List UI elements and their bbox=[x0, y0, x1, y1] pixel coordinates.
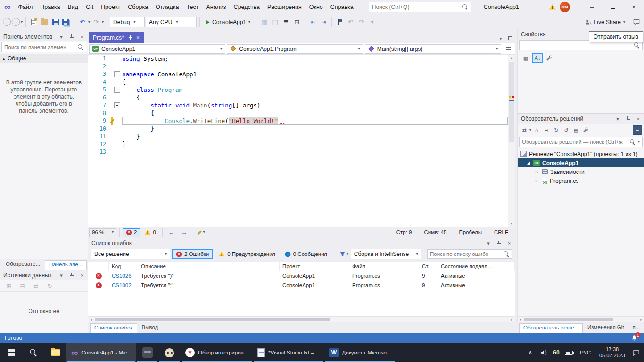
hot-reload-icon[interactable]: ▦ bbox=[259, 16, 269, 28]
undo-dropdown-icon[interactable]: ▾ bbox=[88, 20, 90, 24]
menu-item-4[interactable]: Проект bbox=[97, 0, 124, 14]
refresh-data-source-icon[interactable]: ↻ bbox=[45, 280, 55, 292]
close-icon[interactable]: × bbox=[78, 33, 86, 41]
navigate-backward-icon[interactable]: ← bbox=[165, 229, 177, 236]
fold-collapse-icon[interactable]: − bbox=[114, 71, 120, 77]
pin-icon[interactable] bbox=[68, 272, 75, 279]
code-line-6[interactable]: 6 { bbox=[88, 94, 515, 102]
start-button[interactable] bbox=[0, 343, 22, 362]
warning-icon[interactable] bbox=[549, 4, 556, 10]
toolbox-search-input[interactable]: Поиск по панели элемен bbox=[1, 42, 86, 52]
menu-item-5[interactable]: Сборка bbox=[124, 0, 152, 14]
type-dropdown[interactable]: ConsoleApp1.Program ▾ bbox=[227, 44, 363, 54]
undo-icon[interactable]: ↶ bbox=[77, 16, 87, 28]
navigate-dropdown-icon[interactable]: ▾ bbox=[21, 20, 23, 24]
tab-toolbox[interactable]: Панель эле... bbox=[45, 260, 87, 270]
column-icon[interactable] bbox=[88, 262, 109, 271]
configuration-dropdown[interactable]: Debug ▾ bbox=[110, 17, 145, 27]
menu-item-3[interactable]: Git bbox=[82, 0, 97, 14]
scroll-down-icon[interactable]: ▾ bbox=[508, 222, 515, 226]
scroll-up-icon[interactable]: ▴ bbox=[508, 56, 515, 60]
menu-item-6[interactable]: Отладка bbox=[152, 0, 182, 14]
home-icon[interactable]: ⌂ bbox=[532, 125, 541, 135]
taskbar-skull-game-button[interactable] bbox=[158, 343, 181, 362]
redo-dropdown-icon[interactable]: ▾ bbox=[102, 20, 104, 24]
window-position-icon[interactable]: ▾ bbox=[485, 239, 492, 247]
taskbar-visual-studio-button[interactable]: ∞ ConsoleApp1 - Mic... bbox=[66, 343, 136, 362]
toggle-outlining-icon[interactable]: ⊟ bbox=[292, 16, 302, 28]
error-table-row-CS1026[interactable]: CS1026Требуется ")"ConsoleApp1Program.cs… bbox=[88, 271, 515, 280]
column-suppression[interactable]: Состояние подавл... bbox=[438, 262, 515, 271]
column-file[interactable]: Файл bbox=[349, 262, 419, 271]
column-code[interactable]: Код bbox=[109, 262, 138, 271]
zoom-dropdown[interactable]: 96 % ▾ bbox=[89, 228, 116, 237]
add-data-source-icon[interactable]: ⊞ bbox=[4, 280, 14, 292]
tab-server-explorer[interactable]: Обозревате... bbox=[2, 260, 44, 270]
open-file-icon[interactable] bbox=[40, 16, 50, 28]
close-button[interactable]: × bbox=[623, 0, 644, 14]
sync-with-active-document-icon[interactable]: ↻ bbox=[552, 125, 561, 135]
language-indicator[interactable]: РУС bbox=[576, 350, 594, 355]
save-all-icon[interactable] bbox=[61, 16, 71, 28]
split-window-icon[interactable] bbox=[503, 44, 514, 54]
taskbar-search-button[interactable] bbox=[22, 343, 44, 362]
navigate-forward-icon[interactable]: → bbox=[12, 18, 20, 26]
menu-item-10[interactable]: Расширения bbox=[264, 0, 305, 14]
avatar[interactable]: ЛМ bbox=[560, 2, 570, 12]
code-editor[interactable]: 1using System;23−namespace ConsoleApp14{… bbox=[88, 55, 515, 227]
scroll-right-icon[interactable]: ▸ bbox=[638, 317, 644, 322]
pin-icon[interactable] bbox=[128, 34, 132, 41]
tree-item-solution[interactable]: Решение "ConsoleApp1" (проекты: 1 из 1) bbox=[518, 149, 644, 158]
collapse-all-icon[interactable]: ⊟ bbox=[542, 125, 551, 135]
navigate-backward-icon[interactable]: ← bbox=[3, 18, 11, 26]
send-feedback-icon[interactable] bbox=[631, 16, 641, 28]
scroll-left-icon[interactable]: ◂ bbox=[88, 317, 94, 322]
break-all-icon[interactable]: ▤ bbox=[270, 16, 280, 28]
tree-item-program-cs[interactable]: ▷ C# Program.cs bbox=[518, 176, 644, 185]
code-line-2[interactable]: 2 bbox=[88, 63, 515, 71]
quick-search-input[interactable]: Поиск (Ctrl+Q) bbox=[369, 2, 471, 12]
menu-item-8[interactable]: Анализ bbox=[202, 0, 230, 14]
switch-views-icon[interactable]: ⇄ bbox=[520, 125, 529, 135]
member-dropdown[interactable]: Main(string[] args) ▾ bbox=[365, 44, 501, 54]
tab-error-list[interactable]: Список ошибок bbox=[90, 323, 137, 333]
editor-vertical-scrollbar[interactable]: ▴ ▾ bbox=[508, 55, 515, 227]
menu-item-1[interactable]: Правка bbox=[36, 0, 64, 14]
expander-icon[interactable]: ▷ bbox=[535, 170, 539, 174]
bookmark-icon[interactable] bbox=[335, 16, 345, 28]
filter-icon[interactable]: ▾ bbox=[339, 248, 349, 260]
pin-icon[interactable] bbox=[68, 33, 75, 41]
status-indentation[interactable]: Пробелы bbox=[459, 230, 482, 235]
scrollbar-thumb[interactable] bbox=[509, 62, 514, 142]
refresh-icon[interactable]: ↺ bbox=[561, 125, 571, 135]
code-line-11[interactable]: 11 } bbox=[88, 132, 515, 140]
code-line-12[interactable]: 12} bbox=[88, 140, 515, 148]
code-line-1[interactable]: 1using System; bbox=[88, 55, 515, 63]
tree-item-project-consoleapp1[interactable]: ◢ C# ConsoleApp1 bbox=[518, 158, 644, 167]
categorized-icon[interactable]: ▦ bbox=[520, 53, 531, 63]
scrollbar-thumb[interactable] bbox=[95, 318, 330, 321]
messages-filter-button[interactable]: 0 Сообщения bbox=[281, 249, 331, 259]
document-list-icon[interactable]: ▾ bbox=[496, 36, 505, 41]
toolbar-options-icon[interactable]: ▾ bbox=[367, 16, 377, 28]
code-line-7[interactable]: 7− static void Main(string[] args) bbox=[88, 101, 515, 109]
error-table-row-CS1002[interactable]: CS1002Требуется ";".ConsoleApp1Program.c… bbox=[88, 280, 515, 290]
navigate-forward-icon[interactable]: → bbox=[178, 229, 190, 236]
editor-errors-button[interactable]: 2 bbox=[123, 228, 140, 237]
save-icon[interactable] bbox=[50, 16, 60, 28]
close-icon[interactable]: × bbox=[78, 272, 86, 279]
menu-item-2[interactable]: Вид bbox=[64, 0, 83, 14]
previous-bookmark-icon[interactable]: ↶ bbox=[346, 16, 355, 28]
fps-indicator[interactable]: 60 bbox=[551, 349, 562, 356]
fold-collapse-icon[interactable]: − bbox=[114, 102, 120, 108]
intellisense-dropdown[interactable]: Сборка и IntelliSense ▾ bbox=[351, 249, 421, 259]
code-line-8[interactable]: 8 { bbox=[88, 109, 515, 117]
maximize-button[interactable] bbox=[603, 0, 623, 14]
taskbar-notepad-button[interactable]: *Visual Studio.txt – ... bbox=[253, 343, 324, 362]
error-search-input[interactable]: Поиск по списку ошибо bbox=[427, 249, 512, 259]
editor-warnings-button[interactable]: 0 bbox=[141, 228, 159, 237]
tab-output[interactable]: Вывод bbox=[138, 323, 162, 333]
status-line-ending[interactable]: CRLF bbox=[494, 230, 508, 235]
minimize-button[interactable]: ─ bbox=[582, 0, 603, 14]
project-dropdown[interactable]: C# ConsoleApp1 ▾ bbox=[89, 44, 225, 54]
